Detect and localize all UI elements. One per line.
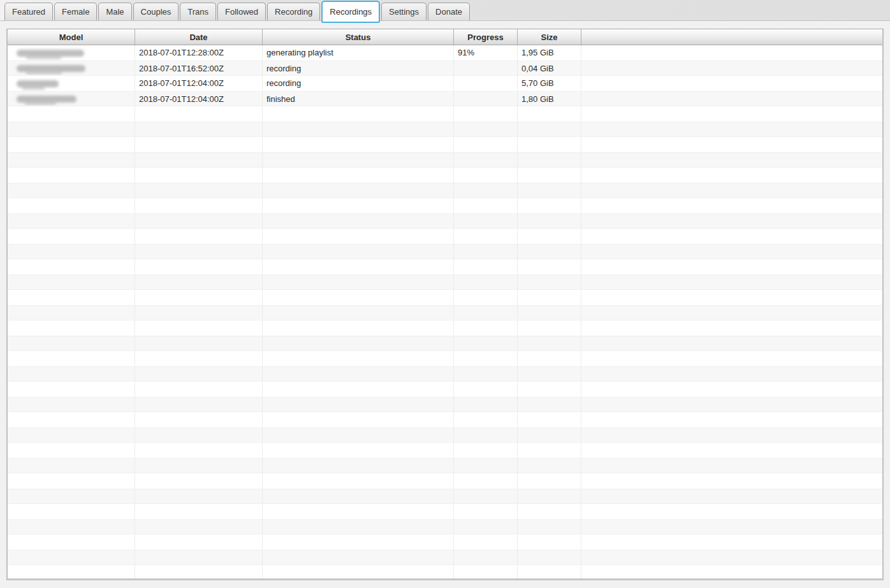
cell-status <box>263 229 454 244</box>
column-header-size[interactable]: Size <box>518 29 581 45</box>
table-row-empty[interactable] <box>8 198 882 213</box>
cell-date <box>135 214 263 228</box>
cell-status <box>263 336 454 350</box>
cell-model <box>8 76 135 91</box>
cell-date <box>135 473 263 489</box>
table-row-empty[interactable] <box>8 137 882 152</box>
table-row-empty[interactable] <box>8 550 882 565</box>
cell-progress <box>454 122 518 136</box>
table-row[interactable]: 2018-07-01T12:04:00Zfinished1,80 GiB <box>8 91 882 106</box>
cell-date <box>135 443 263 458</box>
cell-filler <box>581 443 882 458</box>
cell-progress <box>454 245 518 259</box>
table-row-empty[interactable] <box>8 458 882 473</box>
cell-status <box>263 504 454 519</box>
column-header-model[interactable]: Model <box>8 29 135 45</box>
cell-size <box>518 198 581 213</box>
column-header-status[interactable]: Status <box>263 29 454 45</box>
table-row-empty[interactable] <box>8 229 882 244</box>
cell-date <box>135 428 263 442</box>
cell-model <box>8 245 135 259</box>
cell-filler <box>581 122 882 136</box>
cell-progress <box>454 550 518 564</box>
table-row-empty[interactable] <box>8 443 882 458</box>
cell-model <box>8 428 135 442</box>
table-row-empty[interactable] <box>8 366 882 382</box>
cell-size <box>518 520 581 534</box>
table-row-empty[interactable] <box>8 534 882 550</box>
cell-size <box>518 137 581 152</box>
tab-followed[interactable]: Followed <box>217 3 266 20</box>
table-header: ModelDateStatusProgressSize <box>8 29 882 45</box>
cell-status <box>263 259 454 275</box>
cell-size <box>518 275 581 289</box>
cell-date: 2018-07-01T12:04:00Z <box>135 76 263 91</box>
table-row-empty[interactable] <box>8 473 882 489</box>
table-row-empty[interactable] <box>8 427 882 443</box>
table-row-empty[interactable] <box>8 489 882 504</box>
cell-size <box>518 443 581 458</box>
tab-female[interactable]: Female <box>54 3 97 20</box>
cell-size <box>518 336 581 350</box>
cell-filler <box>581 459 882 473</box>
table-row[interactable]: 2018-07-01T16:52:00Zrecording0,04 GiB <box>8 61 882 76</box>
cell-size <box>518 229 581 244</box>
cell-date <box>135 550 263 564</box>
tab-couples[interactable]: Couples <box>133 3 179 20</box>
column-header-date[interactable]: Date <box>135 29 263 45</box>
table-row-empty[interactable] <box>8 519 882 534</box>
table-row-empty[interactable] <box>8 106 882 122</box>
table-row-empty[interactable] <box>8 168 882 183</box>
cell-date <box>135 398 263 412</box>
cell-status <box>263 106 454 122</box>
cell-progress <box>454 214 518 228</box>
table-row[interactable]: 2018-07-01T12:28:00Zgenerating playlist9… <box>8 45 882 61</box>
tab-donate[interactable]: Donate <box>428 3 470 20</box>
cell-filler <box>581 550 882 564</box>
tab-settings[interactable]: Settings <box>381 3 427 20</box>
table-row-empty[interactable] <box>8 275 882 290</box>
cell-progress <box>454 473 518 489</box>
tab-trans[interactable]: Trans <box>180 3 216 20</box>
table-row-empty[interactable] <box>8 397 882 412</box>
cell-filler <box>581 534 882 550</box>
table-row-empty[interactable] <box>8 565 882 580</box>
table-row-empty[interactable] <box>8 152 882 168</box>
cell-size <box>518 412 581 427</box>
table-row-empty[interactable] <box>8 183 882 198</box>
table-row-empty[interactable] <box>8 336 882 351</box>
column-header-filler <box>581 29 882 45</box>
table-row-empty[interactable] <box>8 351 882 366</box>
cell-model <box>8 565 135 580</box>
cell-status <box>263 412 454 427</box>
cell-status <box>263 489 454 503</box>
table-row-empty[interactable] <box>8 320 882 336</box>
cell-progress <box>454 137 518 152</box>
cell-model <box>8 504 135 519</box>
table-row-empty[interactable] <box>8 259 882 275</box>
cell-model <box>8 290 135 305</box>
tab-male[interactable]: Male <box>98 3 131 20</box>
table-row-empty[interactable] <box>8 244 882 259</box>
cell-filler <box>581 137 882 152</box>
cell-model <box>8 550 135 564</box>
table-row-empty[interactable] <box>8 122 882 137</box>
table-row-empty[interactable] <box>8 305 882 320</box>
table-row-empty[interactable] <box>8 290 882 305</box>
table-row[interactable]: 2018-07-01T12:04:00Zrecording5,70 GiB <box>8 76 882 91</box>
tab-recording[interactable]: Recording <box>267 3 320 20</box>
column-header-progress[interactable]: Progress <box>454 29 518 45</box>
table-row-empty[interactable] <box>8 213 882 229</box>
cell-date <box>135 504 263 519</box>
table-row-empty[interactable] <box>8 504 882 519</box>
cell-date <box>135 534 263 550</box>
tab-featured[interactable]: Featured <box>4 3 53 20</box>
cell-progress <box>454 520 518 534</box>
table-row-empty[interactable] <box>8 382 882 397</box>
tab-recordings[interactable]: Recordings <box>321 1 380 23</box>
cell-size <box>518 168 581 183</box>
cell-progress <box>454 336 518 350</box>
cell-status: recording <box>263 61 454 75</box>
table-row-empty[interactable] <box>8 412 882 427</box>
cell-model <box>8 351 135 366</box>
